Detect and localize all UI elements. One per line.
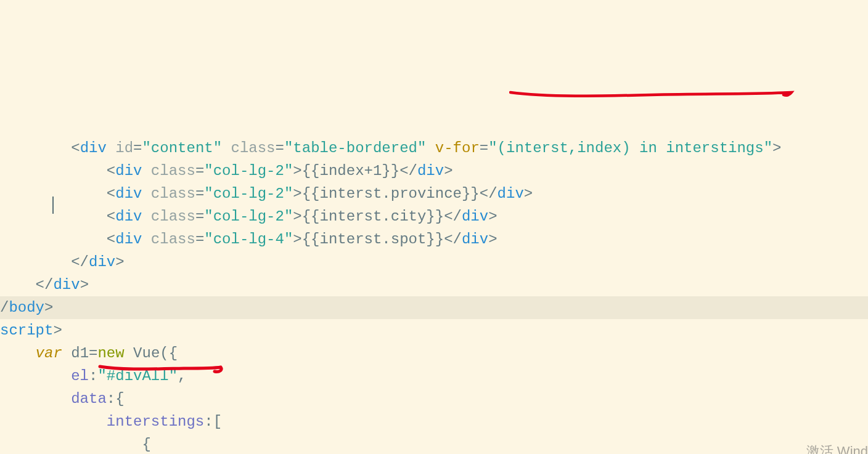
code-token: > <box>293 163 301 179</box>
annotation-vfor-underline <box>509 43 799 125</box>
code-line[interactable]: data:{ <box>0 387 868 410</box>
code-token: class <box>151 231 195 248</box>
code-token: = <box>195 231 204 248</box>
code-token: </ <box>399 163 417 179</box>
code-token: = <box>195 185 204 202</box>
code-token: {{interst.spot}} <box>302 231 444 248</box>
code-line[interactable] <box>0 114 868 137</box>
code-line[interactable]: var d1=new Vue({ <box>0 342 868 365</box>
code-token: = <box>89 345 97 362</box>
code-token <box>142 163 150 179</box>
code-token: < <box>107 208 115 225</box>
code-token: var <box>36 345 62 362</box>
text-caret <box>52 197 54 214</box>
code-editor[interactable]: <div id="content" class="table-bordered"… <box>0 114 868 454</box>
code-token: d1 <box>62 345 89 362</box>
code-token: </ <box>480 185 497 202</box>
code-token <box>107 140 115 156</box>
code-token: > <box>293 231 301 248</box>
code-token: "col-lg-2" <box>204 208 293 225</box>
code-token: > <box>293 185 301 202</box>
code-token: > <box>293 208 301 225</box>
code-token: > <box>80 277 89 293</box>
code-token: div <box>53 277 80 293</box>
code-token <box>222 140 231 156</box>
code-token: = <box>133 140 142 156</box>
code-line[interactable]: <div id="content" class="table-bordered"… <box>0 137 868 160</box>
watermark-line1: 激活 Wind <box>806 443 868 454</box>
code-token: = <box>195 163 204 179</box>
code-token <box>142 231 150 248</box>
code-token <box>426 140 435 156</box>
code-token: div <box>89 254 115 270</box>
code-token: > <box>772 140 781 156</box>
code-token: div <box>115 208 142 225</box>
code-token: div <box>115 185 142 202</box>
code-line[interactable]: interstings:[ <box>0 410 868 433</box>
code-token: div <box>497 185 524 202</box>
code-token: div <box>417 163 444 179</box>
code-line[interactable]: <div class="col-lg-2">{{interst.province… <box>0 182 868 205</box>
code-token: "table-bordered" <box>284 140 426 156</box>
code-line[interactable]: </div> <box>0 251 868 274</box>
code-token: = <box>480 140 488 156</box>
code-token: script <box>0 322 53 339</box>
windows-activation-watermark: 激活 Wind 转到"设置"以激 <box>806 443 868 454</box>
code-token: </ <box>444 208 462 225</box>
code-line[interactable]: <div class="col-lg-4">{{interst.spot}}</… <box>0 228 868 251</box>
code-line[interactable]: <div class="col-lg-2">{{interst.city}}</… <box>0 205 868 228</box>
code-token: new <box>97 345 124 362</box>
code-line[interactable]: <div class="col-lg-2">{{index+1}}</div> <box>0 160 868 182</box>
code-token: > <box>115 254 124 270</box>
code-token: < <box>107 163 115 179</box>
code-token: data <box>71 391 107 407</box>
code-line[interactable]: </div> <box>0 274 868 296</box>
code-token: = <box>195 208 204 225</box>
code-token: / <box>0 299 9 316</box>
code-token: :{ <box>107 391 125 407</box>
code-token: < <box>107 185 115 202</box>
code-token: : <box>89 368 97 384</box>
code-token: Vue({ <box>125 345 178 362</box>
code-token: div <box>115 163 142 179</box>
code-token: {{interst.province}} <box>302 185 480 202</box>
code-token: class <box>151 185 195 202</box>
code-token: {{index+1}} <box>302 163 399 179</box>
code-token: id <box>115 140 133 156</box>
code-line[interactable]: el:"#divAll", <box>0 365 868 387</box>
code-token: < <box>107 231 115 248</box>
code-token: = <box>276 140 284 156</box>
code-line[interactable]: { <box>0 433 868 454</box>
code-token: > <box>53 322 62 339</box>
code-token: > <box>524 185 533 202</box>
code-token: div <box>115 231 142 248</box>
code-token: class <box>151 163 195 179</box>
code-token: el <box>71 368 89 384</box>
code-token: < <box>71 140 80 156</box>
code-token: > <box>488 208 497 225</box>
code-token <box>142 208 150 225</box>
code-token: div <box>80 140 107 156</box>
code-line[interactable]: script> <box>0 319 868 342</box>
code-token: {{interst.city}} <box>302 208 444 225</box>
code-token: "content" <box>142 140 222 156</box>
code-token: > <box>44 299 53 316</box>
code-token: > <box>444 163 452 179</box>
code-token: "#divAll" <box>97 368 178 384</box>
code-token: > <box>488 231 497 248</box>
code-token: "col-lg-2" <box>204 185 293 202</box>
code-token: { <box>142 436 150 453</box>
code-token: </ <box>71 254 89 270</box>
code-token: class <box>231 140 276 156</box>
code-token: interstings <box>107 413 204 430</box>
code-token: body <box>9 299 44 316</box>
code-token: div <box>462 208 488 225</box>
code-token: div <box>462 231 488 248</box>
code-token <box>142 185 150 202</box>
code-token: "col-lg-2" <box>204 163 293 179</box>
code-token: , <box>178 368 186 384</box>
code-token: v-for <box>435 140 480 156</box>
code-line[interactable]: /body> <box>0 296 868 319</box>
code-token: "col-lg-4" <box>204 231 293 248</box>
code-token: </ <box>444 231 462 248</box>
